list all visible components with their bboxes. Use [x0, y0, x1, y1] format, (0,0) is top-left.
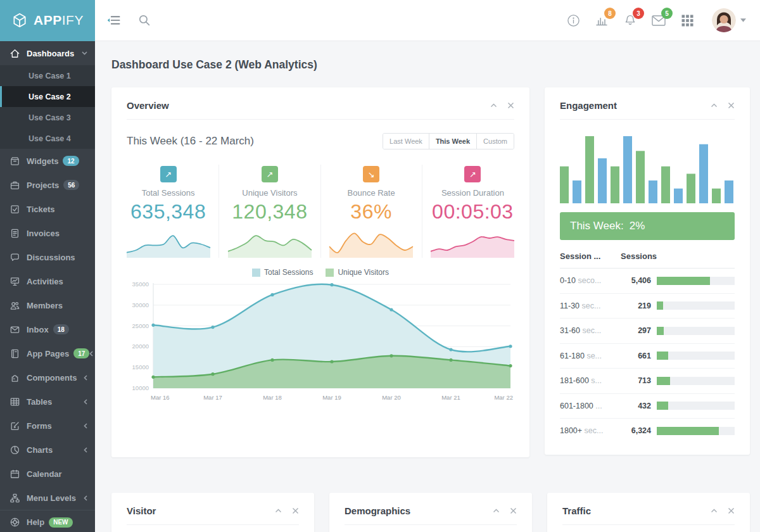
sessions-bar-track: [657, 277, 735, 285]
engagement-title: Engagement: [560, 100, 700, 111]
sidebar-item-components[interactable]: Components: [0, 365, 95, 390]
sidebar-subitem-use-case-3[interactable]: Use Case 3: [0, 107, 95, 128]
table-row[interactable]: 31-60 sec...297: [560, 319, 735, 344]
close-icon[interactable]: [292, 507, 299, 514]
sidebar-item-calendar[interactable]: Calendar: [0, 462, 95, 486]
range-text: 11-30: [560, 301, 580, 310]
close-icon[interactable]: [728, 102, 735, 109]
table-row[interactable]: 181-600 s...713: [560, 369, 735, 394]
sidebar-item-app-pages[interactable]: App Pages17: [0, 341, 95, 365]
chevron-left-icon: [84, 399, 87, 405]
table-row[interactable]: 11-30 sec...219: [560, 294, 735, 319]
sidebar-badge: 17: [73, 348, 89, 358]
sidebar-item-menu-levels[interactable]: Menu Levels: [0, 486, 95, 510]
sessions-bar-fill: [657, 427, 719, 435]
life-ring-icon: [10, 517, 20, 528]
sidebar-item-members[interactable]: Members: [0, 293, 95, 317]
collapse-icon[interactable]: [493, 509, 500, 513]
range-unit: sec...: [582, 301, 601, 310]
sidebar-subitem-use-case-2[interactable]: Use Case 2: [0, 86, 95, 107]
sessions-count: 661: [621, 352, 651, 360]
close-icon[interactable]: [507, 102, 514, 109]
table-row[interactable]: 0-10 seco...5,406: [560, 269, 735, 294]
sidebar-item-label: App Pages: [27, 349, 69, 358]
custom-range-button[interactable]: Custom: [476, 134, 514, 149]
last-week-button[interactable]: Last Week: [383, 134, 429, 149]
svg-text:Mar 22: Mar 22: [494, 394, 513, 401]
sidebar-item-charts[interactable]: Charts: [0, 438, 95, 462]
sidebar-item-invoices[interactable]: Invoices: [0, 221, 95, 245]
sidebar-item-projects[interactable]: Projects56: [0, 173, 95, 197]
sidebar-item-tickets[interactable]: Tickets: [0, 197, 95, 221]
collapse-icon[interactable]: [275, 509, 282, 513]
pie-chart-icon: [10, 445, 20, 455]
trend-down-icon: ↘: [363, 166, 379, 182]
sidebar-item-label: Tickets: [27, 205, 55, 214]
collapse-icon[interactable]: [711, 509, 718, 513]
this-week-button[interactable]: This Week: [429, 134, 476, 149]
sidebar-item-inbox[interactable]: Inbox18: [0, 317, 95, 341]
stat-value: 00:05:03: [426, 200, 519, 224]
svg-text:Mar 19: Mar 19: [322, 394, 341, 401]
sidebar-subitem-use-case-1[interactable]: Use Case 1: [0, 65, 95, 86]
sidebar-item-label: Inbox: [27, 325, 49, 334]
overview-title: Overview: [127, 100, 480, 111]
overview-card: Overview This Week (16 - 22 March) Last …: [111, 87, 529, 457]
sessions-count: 297: [621, 326, 651, 335]
visitor-card-header: Visitor: [127, 493, 299, 525]
table-row[interactable]: 61-180 se...661: [560, 344, 735, 369]
sidebar-item-discussions[interactable]: Discussions: [0, 245, 95, 269]
briefcase-icon: [10, 180, 20, 191]
sidebar: DashboardsUse Case 1Use Case 2Use Case 3…: [0, 41, 95, 532]
sidebar-item-widgets[interactable]: Widgets12: [0, 149, 95, 173]
stat-label: Bounce Rate: [325, 188, 418, 198]
sidebar-item-forms[interactable]: Forms: [0, 414, 95, 438]
legend-swatch: [326, 269, 334, 277]
chart-legend: Total SessionsUnique Visitors: [127, 268, 514, 277]
trend-up-icon: ↗: [160, 166, 177, 182]
sidebar-subitem-use-case-4[interactable]: Use Case 4: [0, 128, 95, 149]
sidebar-item-help[interactable]: HelpNEW: [0, 510, 95, 532]
table-row[interactable]: 1800+ sec...6,324: [560, 419, 735, 443]
collapse-icon[interactable]: [490, 103, 497, 108]
close-icon[interactable]: [510, 507, 517, 514]
sidebar-item-tables[interactable]: Tables: [0, 390, 95, 414]
close-icon[interactable]: [728, 507, 735, 514]
svg-text:Mar 21: Mar 21: [441, 394, 460, 401]
traffic-card-header: Traffic: [562, 493, 735, 525]
brand-name: APPIFY: [34, 13, 84, 28]
mail-icon[interactable]: 5: [651, 13, 666, 28]
legend-item: Unique Visitors: [326, 268, 388, 277]
info-icon[interactable]: [566, 13, 581, 28]
table-row[interactable]: 601-1800 ...432: [560, 394, 735, 419]
page-title: Dashboard Use Case 2 (Web Analytics): [111, 58, 744, 72]
mail-badge: 5: [661, 8, 673, 19]
traffic-card: Traffic: [547, 493, 750, 532]
brand-logo[interactable]: APPIFY: [0, 0, 95, 41]
sessions-bar-track: [657, 301, 735, 310]
svg-text:30000: 30000: [132, 301, 149, 308]
svg-text:Mar 20: Mar 20: [382, 394, 401, 401]
sessions-bar-track: [657, 427, 735, 435]
range-text: 0-10: [560, 276, 576, 285]
trend-up-icon: ↗: [262, 166, 278, 182]
search-icon[interactable]: [137, 13, 152, 28]
user-menu[interactable]: [712, 8, 746, 32]
apps-grid-icon[interactable]: [680, 13, 695, 28]
sidebar-item-activities[interactable]: Activities: [0, 269, 95, 293]
sidebar-item-label: Dashboards: [27, 49, 74, 58]
collapse-icon[interactable]: [711, 103, 718, 108]
sidebar-item-dashboards[interactable]: Dashboards: [0, 41, 95, 65]
banner-label: This Week:: [570, 220, 624, 232]
users-icon: [10, 300, 20, 311]
chevron-left-icon: [84, 375, 87, 381]
bell-icon[interactable]: 3: [623, 13, 638, 28]
avatar: [712, 8, 736, 32]
analytics-icon[interactable]: 8: [594, 13, 609, 28]
visitor-title: Visitor: [127, 505, 265, 516]
chevron-down-icon: [82, 51, 87, 55]
sidebar-toggle-icon[interactable]: [106, 13, 122, 28]
sessions-chart-block: Total SessionsUnique Visitors 1000015000…: [127, 268, 514, 408]
traffic-title: Traffic: [562, 505, 700, 516]
legend-swatch: [252, 269, 260, 277]
